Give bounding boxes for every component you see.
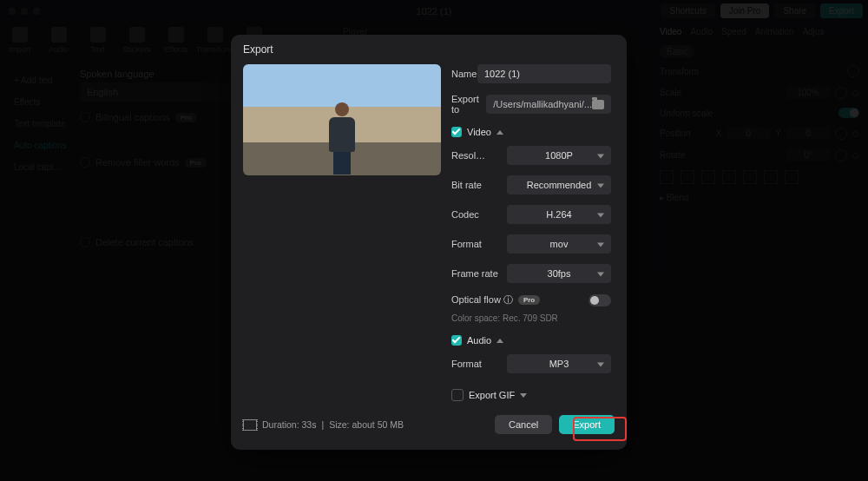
export-dialog-title: Export	[231, 35, 627, 64]
resolution-select[interactable]: 1080P	[507, 146, 611, 165]
optical-flow-label: Optical flow ⓘ	[451, 293, 513, 306]
export-path-text: /Users/mallikadhyani/...	[493, 99, 592, 109]
chevron-up-icon	[496, 339, 503, 343]
codec-select[interactable]: H.264	[507, 205, 611, 224]
folder-icon[interactable]	[592, 100, 604, 109]
cancel-button[interactable]: Cancel	[495, 415, 552, 434]
vformat-label: Format	[451, 239, 507, 249]
export-dialog: Export Name Export to /Users/mallikadhya…	[231, 35, 627, 450]
resolution-label: Resol…	[451, 150, 507, 161]
video-checkbox[interactable]	[451, 127, 462, 137]
film-icon	[243, 419, 257, 431]
gif-checkbox[interactable]	[451, 389, 464, 401]
audio-checkbox[interactable]	[451, 335, 462, 346]
chevron-down-icon	[520, 393, 527, 398]
exportto-label: Export to	[451, 94, 486, 115]
name-label: Name	[451, 69, 477, 79]
colorspace-hint: Color space: Rec. 709 SDR	[451, 313, 611, 323]
export-meta: Duration: 33s | Size: about 50 MB	[243, 419, 404, 431]
export-preview-thumbnail	[243, 64, 441, 175]
video-section-header[interactable]: Video	[451, 127, 611, 137]
chevron-up-icon	[496, 130, 503, 135]
export-path-field[interactable]: /Users/mallikadhyani/...	[486, 95, 611, 114]
video-format-select[interactable]: mov	[507, 234, 611, 254]
gif-section-header[interactable]: Export GIF	[451, 389, 611, 401]
export-button[interactable]: Export	[559, 415, 615, 434]
framerate-label: Frame rate	[451, 268, 507, 279]
export-name-input[interactable]	[477, 64, 611, 83]
aformat-label: Format	[451, 359, 507, 369]
codec-label: Codec	[451, 209, 507, 220]
audio-format-select[interactable]: MP3	[507, 354, 611, 373]
bitrate-select[interactable]: Recommended	[507, 175, 611, 194]
framerate-select[interactable]: 30fps	[507, 264, 611, 283]
optical-flow-toggle[interactable]	[589, 294, 611, 306]
audio-section-header[interactable]: Audio	[451, 335, 611, 346]
pro-badge: Pro	[518, 295, 540, 305]
bitrate-label: Bit rate	[451, 180, 507, 190]
